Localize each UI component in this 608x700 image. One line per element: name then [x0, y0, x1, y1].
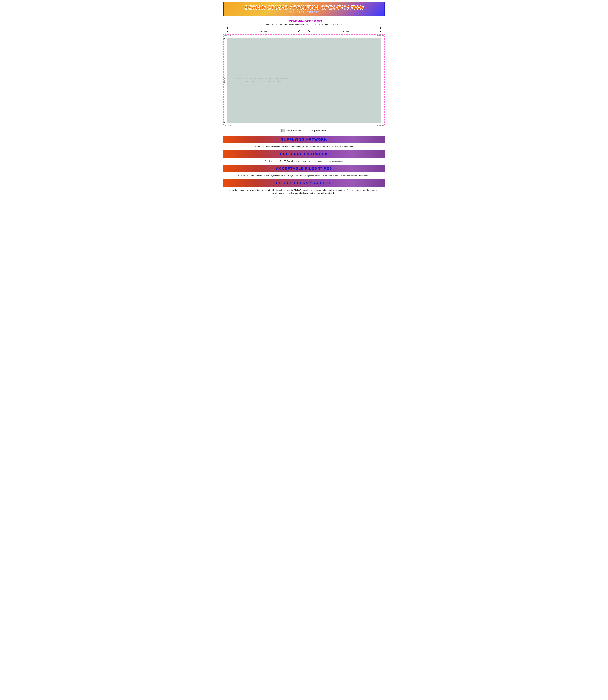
full-width-arrow [227, 27, 381, 29]
dim-right-value: 129.5mm [341, 31, 349, 33]
bleed-label-bottom-right: 4mm Bleed [377, 124, 384, 126]
arrow-tip-left [227, 27, 228, 29]
arrow-tip [298, 31, 299, 33]
diagram-container: 4mm Bleed 4mm Bleed 183mm ▲ ▼ PLEASE KEE… [223, 34, 385, 127]
supplying-artwork-text: Artwork can be supplied via email as a p… [223, 144, 385, 149]
trimmed-size-label: TRIMMED SIZE 273mm x 183mm [223, 19, 385, 22]
top-dimension-labels: 129.5mm 14mm 129.5mm [223, 30, 385, 34]
printable-area-wrap: 183mm ▲ ▼ PLEASE KEEP TEXT/IMPORTANT INF… [227, 38, 381, 123]
printable-area: PLEASE KEEP TEXT/IMPORTANT INFORMATION A… [227, 38, 381, 123]
arrow-tip [299, 30, 300, 32]
dim-center-arrow [299, 30, 309, 32]
dim-left-arrow: 129.5mm [227, 31, 299, 33]
legend-box-white [306, 129, 309, 132]
dim-left-value: 129.5mm [259, 31, 267, 33]
legend-bleed: Required Bleed [306, 129, 326, 132]
spine-panel [300, 38, 308, 123]
supplying-artwork-banner: SUPPLYING ARTWORK [223, 136, 385, 143]
bleed-label-bottom-left: 4mm Bleed [224, 124, 231, 126]
right-panel [308, 38, 381, 123]
side-arrow-down: ▼ [224, 121, 225, 123]
dim-center-value: 14mm [301, 32, 307, 34]
legend-bleed-label: Required Bleed [311, 130, 326, 132]
preferred-artwork-banner: PREFERRED ARTWORK [223, 150, 385, 158]
legend-printable-label: Printable Area [286, 130, 301, 132]
dim-right-section: 129.5mm [309, 31, 381, 33]
dim-right-arrow: 129.5mm [309, 31, 381, 33]
header-title: DESIGN STUDIO / PRINTING SPECIFICATION [244, 4, 364, 11]
acceptable-files-text: EPS file (with fonts outlined), Illustra… [223, 173, 385, 178]
bleed-note: An additional 4mm bleed is required on a… [223, 23, 385, 25]
dim-left-section: 129.5mm [227, 31, 299, 33]
check-file-text: Your design should have at least 4mm ove… [223, 188, 385, 196]
bleed-label-top-right: 4mm Bleed [377, 35, 384, 36]
arrow-tip [308, 30, 309, 32]
safe-zone-text: PLEASE KEEP TEXT/IMPORTANT INFORMATION A… [234, 76, 293, 85]
outer-dim-row [223, 26, 385, 30]
arrow-tip [227, 31, 228, 33]
bottom-sections: SUPPLYING ARTWORK Artwork can be supplie… [223, 136, 385, 196]
arrow-tip-right [380, 27, 381, 29]
legend-box-gray [282, 129, 285, 132]
arrow-tip [380, 31, 381, 33]
header-subtitle: DVD CASE INSERT [288, 11, 320, 14]
acceptable-files-banner: ACCEPTABLE FILES TYPES [223, 165, 385, 172]
height-label: 183mm [224, 78, 225, 83]
check-file-banner: PLEASE CHECK YOUR FILE [223, 179, 385, 187]
legend-row: Printable Area Required Bleed [223, 129, 385, 132]
dim-center-section: 14mm [299, 30, 309, 34]
arrow-tip [309, 31, 310, 33]
bleed-outer-border: 4mm Bleed 4mm Bleed 183mm ▲ ▼ PLEASE KEE… [223, 34, 385, 127]
side-arrow-up: ▲ [224, 38, 225, 39]
left-panel: PLEASE KEEP TEXT/IMPORTANT INFORMATION A… [227, 38, 300, 123]
preferred-artwork-text: Supplied as a Hi-Res PDF with fonts embe… [223, 159, 385, 164]
bleed-label-top-left: 4mm Bleed [224, 35, 231, 36]
header-banner: DESIGN STUDIO / PRINTING SPECIFICATION D… [223, 2, 385, 17]
legend-printable: Printable Area [282, 129, 301, 132]
